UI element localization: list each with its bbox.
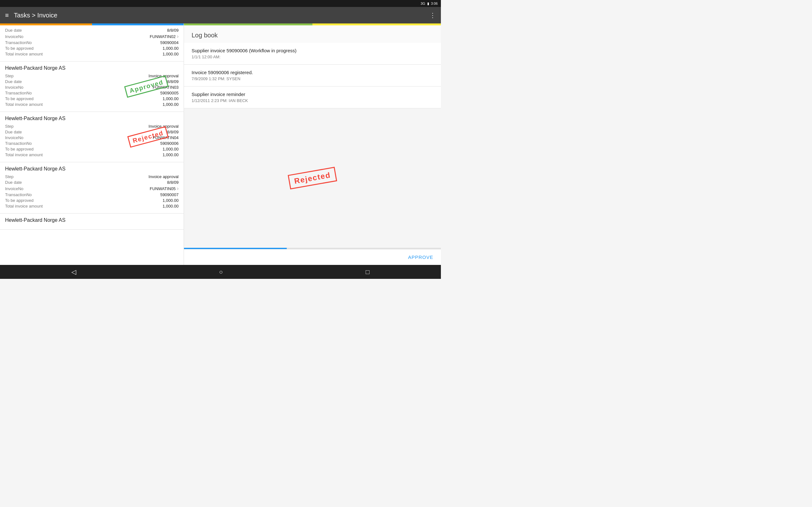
due-date-label-2: Due date (5, 130, 22, 134)
color-bar-blue (92, 23, 184, 25)
company-name-1: Hewlett-Packard Norge AS (5, 65, 179, 71)
to-be-approved-row-3: To be approved 1,000.00 (5, 198, 179, 203)
partial-invoice-item[interactable]: Due date 8/8/09 InvoiceNo FUNWATIN02 › T… (0, 25, 184, 61)
back-button[interactable]: ◁ (59, 266, 89, 278)
invoice-item-2[interactable]: Hewlett-Packard Norge AS Step Invoice ap… (0, 112, 184, 162)
due-date-row-1: Due date 8/8/09 (5, 79, 179, 84)
total-invoice-value-3: 1,000.00 (162, 204, 179, 209)
chevron-icon-3: › (177, 186, 179, 191)
to-be-approved-label-3: To be approved (5, 198, 34, 203)
log-title-3: Supplier invoice reminder (192, 92, 433, 97)
total-invoice-label-2: Total invoice amount (5, 153, 43, 157)
rejected-stamp-right-wrapper: Rejected (289, 171, 336, 185)
recents-button[interactable]: □ (353, 266, 382, 278)
more-options-icon[interactable]: ⋮ (429, 11, 436, 19)
log-meta-3: 1/12/2011 2:23 PM: IAN BECK (192, 98, 433, 103)
signal-indicator: 3G (420, 2, 425, 5)
transaction-no-value-1: 59090005 (160, 91, 179, 95)
transaction-no-label-1: TransactionNo (5, 91, 32, 95)
invoice-no-row-3: InvoiceNo FUNWATIN05 › (5, 186, 179, 191)
step-label-2: Step (5, 124, 14, 129)
to-be-approved-row-2: To be approved 1,000.00 (5, 147, 179, 152)
status-bar: 3G ▮ 3:06 (0, 0, 441, 7)
chevron-icon: › (177, 34, 179, 39)
to-be-approved-label: To be approved (5, 46, 34, 51)
approve-button[interactable]: APPROVE (408, 255, 433, 260)
due-date-label-1: Due date (5, 79, 22, 84)
invoice-no-value-3: FUNWATIN05 › (150, 186, 179, 191)
transaction-no-label-2: TransactionNo (5, 141, 32, 146)
transaction-no-label: TransactionNo (5, 40, 32, 45)
battery-icon: ▮ (427, 2, 429, 6)
total-invoice-label-3: Total invoice amount (5, 204, 43, 209)
company-name-3: Hewlett-Packard Norge AS (5, 166, 179, 172)
step-row-1: Step Invoice approval (5, 73, 179, 78)
to-be-approved-row-1: To be approved 1,000.00 (5, 96, 179, 101)
due-date-value-1: 8/8/09 (167, 79, 179, 84)
step-value-1: Invoice approval (148, 73, 179, 78)
total-invoice-label: Total invoice amount (5, 52, 43, 56)
invoice-no-value-1: FUNWATIN03 (153, 85, 179, 90)
to-be-approved-value-2: 1,000.00 (162, 147, 179, 152)
left-panel: Due date 8/8/09 InvoiceNo FUNWATIN02 › T… (0, 23, 184, 265)
transaction-no-value: 59090004 (160, 40, 179, 45)
invoice-no-row-2: InvoiceNo FUNWATIN04 (5, 135, 179, 140)
total-invoice-value: 1,000.00 (162, 52, 179, 56)
step-value-3: Invoice approval (148, 174, 179, 179)
total-invoice-label-1: Total invoice amount (5, 102, 43, 107)
right-panel: Log book Supplier invoice 59090006 (Work… (184, 23, 441, 265)
invoice-no-row-1: InvoiceNo FUNWATIN03 (5, 85, 179, 90)
to-be-approved-value-3: 1,000.00 (162, 198, 179, 203)
right-panel-lower: Rejected (184, 108, 441, 248)
due-date-row: Due date 8/8/09 (5, 28, 179, 33)
to-be-approved-label-2: To be approved (5, 147, 34, 152)
transaction-no-row-2: TransactionNo 59090006 (5, 141, 179, 146)
total-invoice-value-2: 1,000.00 (162, 153, 179, 157)
due-date-row-2: Due date 8/8/09 (5, 130, 179, 134)
to-be-approved-row: To be approved 1,000.00 (5, 46, 179, 51)
transaction-no-value-2: 59090006 (160, 141, 179, 146)
step-label-1: Step (5, 73, 14, 78)
invoice-no-value-2: FUNWATIN04 (153, 135, 179, 140)
transaction-no-label-3: TransactionNo (5, 192, 32, 197)
step-value-2: Invoice approval (148, 124, 179, 129)
invoice-no-label: InvoiceNo (5, 34, 23, 39)
step-row-3: Step Invoice approval (5, 174, 179, 179)
invoice-item-3[interactable]: Hewlett-Packard Norge AS Step Invoice ap… (0, 162, 184, 214)
log-entry-2: Invoice 59090006 registered. 7/9/2009 1:… (184, 65, 441, 87)
due-date-value-2: 8/8/09 (167, 130, 179, 134)
color-bar-top (0, 23, 184, 25)
bottom-navigation: ◁ ○ □ (0, 265, 441, 279)
app-bar: ≡ Tasks > Invoice ⋮ (0, 7, 441, 23)
total-invoice-row-3: Total invoice amount 1,000.00 (5, 204, 179, 209)
approve-bar: APPROVE (184, 249, 441, 265)
due-date-label-3: Due date (5, 180, 22, 185)
due-date-value-3: 8/8/09 (167, 180, 179, 185)
home-button[interactable]: ○ (206, 266, 235, 278)
color-bar-orange (0, 23, 92, 25)
transaction-no-row-1: TransactionNo 59090005 (5, 91, 179, 95)
transaction-no-row: TransactionNo 59090004 (5, 40, 179, 45)
due-date-row-3: Due date 8/8/09 (5, 180, 179, 185)
log-meta-1: 1/1/1 12:00 AM: (192, 55, 433, 59)
total-invoice-row-2: Total invoice amount 1,000.00 (5, 153, 179, 157)
log-entry-3: Supplier invoice reminder 1/12/2011 2:23… (184, 87, 441, 108)
log-title-1: Supplier invoice 59090006 (Workflow in p… (192, 48, 433, 53)
log-title-2: Invoice 59090006 registered. (192, 70, 433, 75)
page-title: Tasks > Invoice (14, 12, 429, 19)
invoice-item-1[interactable]: Hewlett-Packard Norge AS Step Invoice ap… (0, 61, 184, 112)
to-be-approved-label-1: To be approved (5, 96, 34, 101)
log-entry-1: Supplier invoice 59090006 (Workflow in p… (184, 43, 441, 65)
invoice-item-4[interactable]: Hewlett-Packard Norge AS (0, 214, 184, 230)
total-invoice-row-1: Total invoice amount 1,000.00 (5, 102, 179, 107)
main-content: Due date 8/8/09 InvoiceNo FUNWATIN02 › T… (0, 23, 441, 265)
log-meta-2: 7/9/2009 1:32 PM: SYSEN (192, 76, 433, 81)
total-invoice-value-1: 1,000.00 (162, 102, 179, 107)
to-be-approved-value-1: 1,000.00 (162, 96, 179, 101)
company-name-4: Hewlett-Packard Norge AS (5, 217, 179, 223)
menu-icon[interactable]: ≡ (5, 12, 9, 19)
invoice-no-label-1: InvoiceNo (5, 85, 23, 90)
company-name-2: Hewlett-Packard Norge AS (5, 116, 179, 121)
due-date-value: 8/8/09 (167, 28, 179, 33)
rejected-stamp-right: Rejected (288, 167, 337, 189)
